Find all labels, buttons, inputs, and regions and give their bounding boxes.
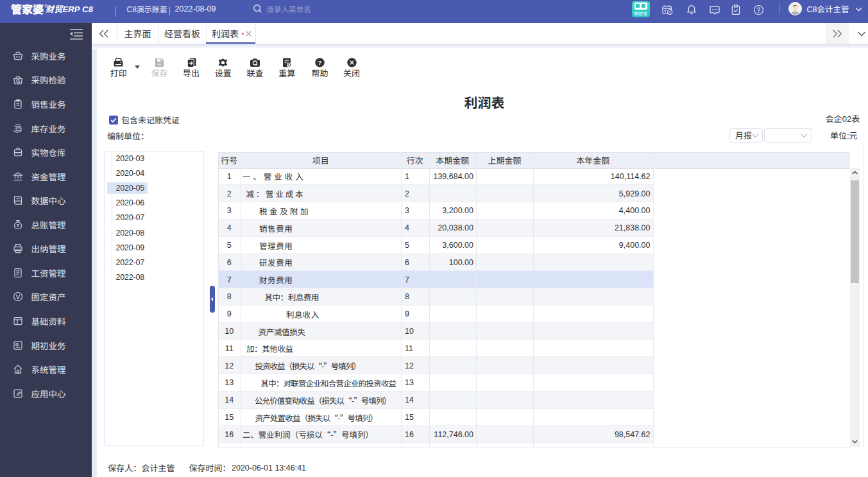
svg-text:?: ? (318, 59, 321, 66)
